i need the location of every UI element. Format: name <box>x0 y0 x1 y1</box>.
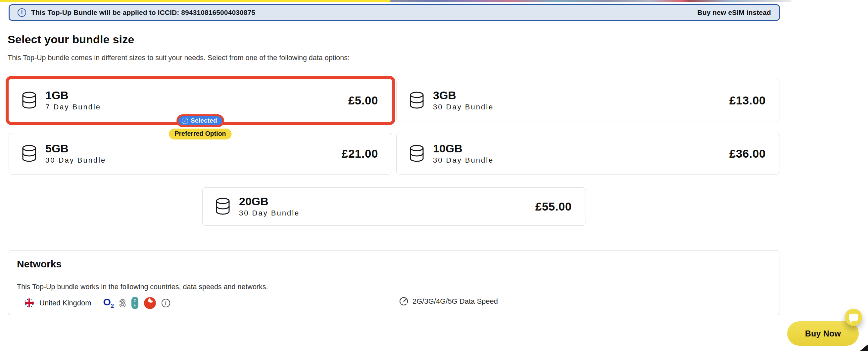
banner-message-group: i This Top-Up Bundle will be applied to … <box>18 8 255 17</box>
banner-message: This Top-Up Bundle will be applied to IC… <box>31 9 255 16</box>
speedometer-icon <box>399 297 408 306</box>
bundle-text: 5GB 30 Day Bundle <box>45 143 106 165</box>
bundle-price: £36.00 <box>729 147 766 160</box>
o2-logo-icon: O2 <box>103 297 114 309</box>
networks-card: Networks This Top-Up bundle works in the… <box>8 250 780 315</box>
bundle-size: 5GB <box>45 143 106 155</box>
country-row: United Kingdom O2 3 E E i <box>25 297 766 309</box>
networks-title: Networks <box>17 258 771 270</box>
bundle-price: £5.00 <box>348 94 378 107</box>
o2-subscript: 2 <box>111 303 114 309</box>
buy-new-esim-link[interactable]: Buy new eSIM instead <box>697 9 771 16</box>
bundle-size: 20GB <box>239 196 300 208</box>
database-icon <box>215 198 230 215</box>
operator-logos: O2 3 E E <box>103 297 156 309</box>
buy-now-button[interactable]: Buy Now <box>787 321 859 346</box>
ee-logo-icon: E E <box>131 297 138 309</box>
vodafone-logo-icon <box>144 297 156 309</box>
chat-launcher-button[interactable] <box>845 309 862 326</box>
uk-flag-icon <box>25 299 34 307</box>
bundle-price: £55.00 <box>535 200 572 213</box>
cropped-top-content-strip <box>0 0 868 2</box>
bundle-size: 1GB <box>45 90 101 102</box>
database-icon <box>22 145 37 163</box>
bundle-price: £13.00 <box>729 94 766 107</box>
preferred-option-badge: Preferred Option <box>169 129 232 139</box>
bundle-size: 10GB <box>433 143 494 155</box>
database-icon <box>22 92 37 109</box>
bundle-text: 10GB 30 Day Bundle <box>433 143 494 165</box>
bundle-card-10gb[interactable]: 10GB 30 Day Bundle £36.00 <box>396 133 780 175</box>
networks-info-icon[interactable]: i <box>161 299 170 307</box>
bundle-duration: 30 Day Bundle <box>433 103 494 111</box>
data-speed-row: 2G/3G/4G/5G Data Speed <box>399 297 498 306</box>
selected-badge-label: Selected <box>191 117 217 124</box>
three-logo-icon: 3 <box>120 297 126 309</box>
check-circle-icon: ✓ <box>182 118 188 124</box>
country-name: United Kingdom <box>39 299 91 307</box>
bundle-price: £21.00 <box>342 147 378 160</box>
bundle-card-20gb[interactable]: 20GB 30 Day Bundle £55.00 <box>202 187 586 226</box>
bundle-size: 3GB <box>433 90 494 102</box>
bundle-text: 1GB 7 Day Bundle <box>45 90 101 112</box>
bundle-text: 3GB 30 Day Bundle <box>433 90 494 112</box>
o2-letter: O <box>103 296 111 307</box>
bundle-text: 20GB 30 Day Bundle <box>239 196 300 218</box>
ee-letter-bottom: E <box>134 304 136 307</box>
bundle-duration: 30 Day Bundle <box>433 156 494 165</box>
networks-description: This Top-Up bundle works in the followin… <box>17 283 771 291</box>
database-icon <box>409 145 425 163</box>
info-icon: i <box>18 8 26 17</box>
cursor-artifact <box>858 344 868 351</box>
page-title: Select your bundle size <box>8 33 134 46</box>
bundle-duration: 30 Day Bundle <box>239 209 300 217</box>
bundle-duration: 7 Day Bundle <box>45 103 101 111</box>
database-icon <box>409 92 425 109</box>
iccid-info-banner: i This Top-Up Bundle will be applied to … <box>9 4 780 21</box>
selected-badge: ✓ Selected <box>177 114 224 127</box>
ee-letter-top: E <box>134 299 136 303</box>
page-subtitle: This Top-Up bundle comes in different si… <box>8 54 349 62</box>
bundle-duration: 30 Day Bundle <box>45 156 106 165</box>
page: i This Top-Up Bundle will be applied to … <box>0 0 868 351</box>
bundle-card-3gb[interactable]: 3GB 30 Day Bundle £13.00 <box>396 79 780 122</box>
data-speed-label: 2G/3G/4G/5G Data Speed <box>412 297 498 306</box>
chat-bubble-icon <box>849 314 858 321</box>
